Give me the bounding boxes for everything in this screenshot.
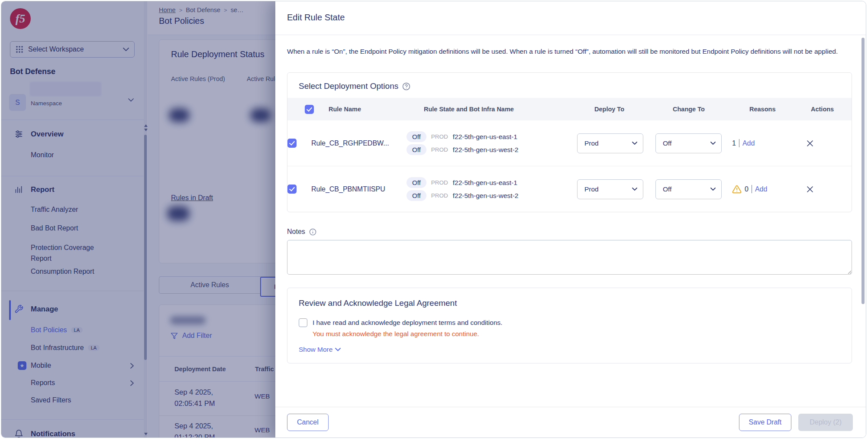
- modal-scrollbar-thumb[interactable]: [862, 38, 865, 304]
- chevron-down-icon: [632, 142, 637, 145]
- deploy-button[interactable]: Deploy (2): [798, 414, 853, 431]
- legal-agreement-card: Review and Acknowledge Legal Agreement I…: [287, 288, 852, 363]
- change-to-select[interactable]: Off: [655, 179, 722, 199]
- notes-textarea[interactable]: [287, 240, 852, 275]
- rule-state-badge: Off: [407, 131, 426, 142]
- rule-row-checkbox[interactable]: [287, 139, 297, 148]
- remove-rule-button[interactable]: [806, 185, 814, 194]
- info-icon[interactable]: [309, 228, 316, 236]
- add-reason-link[interactable]: Add: [742, 139, 755, 147]
- modal-description: When a rule is “On”, the Endpoint Policy…: [287, 46, 850, 57]
- deployment-table-header: Rule Name Rule State and Bot Infra Name …: [287, 98, 852, 120]
- rule-name: Rule_CB_RGHPEDBW...: [311, 139, 407, 147]
- infra-line: Off PROD f22-5th-gen-us-east-1: [407, 177, 577, 188]
- deployment-rule-row: Rule_CB_RGHPEDBW... Off PROD f22-5th-gen…: [287, 120, 852, 166]
- notes-label-row: Notes: [287, 228, 852, 236]
- modal-title: Edit Rule State: [287, 13, 345, 23]
- column-header-rule-name: Rule Name: [329, 106, 424, 113]
- column-header-deploy-to: Deploy To: [594, 106, 673, 113]
- environment-label: PROD: [431, 192, 448, 199]
- chevron-down-icon: [710, 142, 716, 145]
- legal-checkbox-label: I have read and acknowledge deployment t…: [313, 319, 503, 327]
- rule-name: Rule_CB_PBNMTIISPU: [311, 185, 407, 193]
- rule-infra-list: Off PROD f22-5th-gen-us-east-1 Off PROD …: [407, 129, 577, 157]
- rule-state-badge: Off: [407, 190, 426, 201]
- reasons-count: 1: [732, 139, 736, 147]
- environment-label: PROD: [431, 146, 448, 153]
- notes-label: Notes: [287, 228, 305, 236]
- deploy-to-value: Prod: [584, 185, 599, 193]
- show-more-label: Show More: [299, 346, 332, 353]
- infra-name: f22-5th-gen-us-west-2: [453, 146, 519, 154]
- chevron-down-icon: [710, 188, 716, 191]
- deployment-options-title: Select Deployment Options: [299, 81, 398, 91]
- modal-header: Edit Rule State: [275, 1, 866, 35]
- reasons-cell: 1 Add: [732, 139, 794, 147]
- column-header-actions: Actions: [811, 106, 856, 113]
- rule-infra-list: Off PROD f22-5th-gen-us-east-1 Off PROD …: [407, 175, 577, 203]
- deploy-to-select[interactable]: Prod: [577, 179, 643, 199]
- reasons-cell: 0 Add: [732, 185, 794, 194]
- deployment-options-header: Select Deployment Options: [287, 73, 852, 98]
- rule-state-badge: Off: [407, 177, 426, 188]
- chevron-down-icon: [632, 188, 637, 191]
- reasons-count: 0: [745, 185, 749, 193]
- change-to-value: Off: [663, 185, 671, 193]
- environment-label: PROD: [431, 133, 448, 140]
- add-reason-link[interactable]: Add: [755, 185, 767, 193]
- rule-row-checkbox[interactable]: [287, 185, 297, 194]
- environment-label: PROD: [431, 179, 448, 186]
- infra-name: f22-5th-gen-us-east-1: [453, 133, 517, 141]
- deploy-to-value: Prod: [584, 139, 599, 147]
- infra-line: Off PROD f22-5th-gen-us-west-2: [407, 144, 577, 155]
- select-all-checkbox[interactable]: [305, 105, 314, 114]
- app-window: f5 Select Workspace Bot Defense S Namesp…: [1, 1, 866, 438]
- modal-footer: Cancel Save Draft Deploy (2): [275, 407, 866, 438]
- show-more-link[interactable]: Show More: [299, 346, 840, 353]
- divider: [739, 139, 739, 147]
- edit-rule-state-modal: Edit Rule State When a rule is “On”, the…: [275, 1, 866, 438]
- column-header-change-to: Change To: [673, 106, 749, 113]
- modal-dim-overlay[interactable]: [1, 1, 275, 438]
- save-draft-button[interactable]: Save Draft: [739, 414, 792, 431]
- remove-rule-button[interactable]: [806, 139, 814, 148]
- divider: [752, 185, 752, 193]
- column-header-reasons: Reasons: [749, 106, 811, 113]
- change-to-select[interactable]: Off: [655, 133, 722, 153]
- help-icon[interactable]: [402, 82, 410, 91]
- legal-agreement-title: Review and Acknowledge Legal Agreement: [299, 298, 840, 308]
- deploy-to-select[interactable]: Prod: [577, 133, 643, 153]
- infra-name: f22-5th-gen-us-east-1: [453, 179, 517, 187]
- column-header-rule-state: Rule State and Bot Infra Name: [424, 106, 594, 113]
- infra-line: Off PROD f22-5th-gen-us-east-1: [407, 131, 577, 142]
- close-icon: [807, 140, 813, 147]
- infra-line: Off PROD f22-5th-gen-us-west-2: [407, 190, 577, 201]
- deployment-options-card: Select Deployment Options Rule Name Rule…: [287, 72, 852, 212]
- chevron-down-icon: [335, 348, 341, 351]
- change-to-value: Off: [663, 139, 671, 147]
- legal-agreement-checkbox[interactable]: [299, 318, 307, 327]
- modal-body: When a rule is “On”, the Endpoint Policy…: [287, 35, 852, 407]
- warning-icon: [732, 185, 742, 194]
- close-icon: [807, 186, 813, 193]
- legal-checkbox-row: I have read and acknowledge deployment t…: [299, 318, 840, 327]
- cancel-button[interactable]: Cancel: [287, 414, 329, 431]
- deployment-rule-row: Rule_CB_PBNMTIISPU Off PROD f22-5th-gen-…: [287, 166, 852, 212]
- legal-error-message: You must acknowledge the legal agreement…: [313, 330, 840, 338]
- infra-name: f22-5th-gen-us-west-2: [453, 192, 519, 200]
- rule-state-badge: Off: [407, 144, 426, 155]
